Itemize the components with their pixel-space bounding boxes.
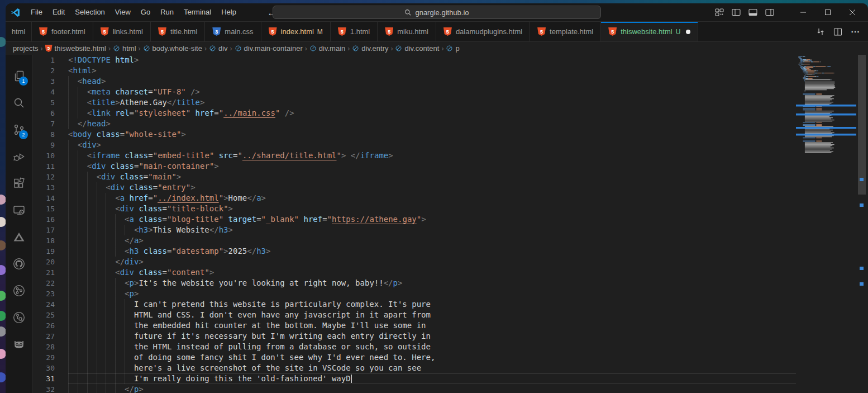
menu-run[interactable]: Run — [155, 6, 179, 18]
breadcrumb-item-div-entry[interactable]: div.entry — [352, 44, 388, 53]
menu-edit[interactable]: Edit — [47, 6, 70, 18]
code-line-27[interactable]: 27future if it's necessary but I'm writi… — [32, 331, 796, 342]
code-line-20[interactable]: 20</div> — [32, 257, 796, 267]
command-center-search[interactable]: gnargle.github.io — [273, 6, 601, 19]
remote-explorer-icon[interactable] — [6, 197, 32, 224]
code-line-13[interactable]: 13<div class="entry"> — [32, 182, 796, 193]
tab-index-html[interactable]: 5index.htmlM — [261, 22, 331, 41]
code-line-19[interactable]: 19<h3 class="datestamp">2025</h3> — [32, 246, 796, 257]
code-line-7[interactable]: 7</head> — [32, 119, 796, 129]
code-line-11[interactable]: 11<div class="main-container"> — [32, 161, 796, 172]
code-line-32[interactable]: 32</p> — [32, 384, 796, 393]
tab-links-html[interactable]: 5links.html — [93, 22, 151, 41]
code-line-6[interactable]: 6<link rel="stylesheet" href="../main.cs… — [32, 108, 796, 119]
code-line-1[interactable]: 1<!DOCTYPE html> — [32, 55, 796, 65]
code-line-23[interactable]: 23<p> — [32, 288, 796, 299]
code-line-8[interactable]: 8<body class="whole-site"> — [32, 129, 796, 140]
code-line-14[interactable]: 14<a href="../index.html">Home</a> — [32, 193, 796, 203]
breadcrumb-item-root[interactable]: projects — [13, 44, 39, 53]
tab-template-html[interactable]: 5template.html — [530, 22, 601, 41]
tab-main-css[interactable]: 3main.css — [205, 22, 261, 41]
breadcrumb-item-div-main-container[interactable]: div.main-container — [235, 44, 303, 53]
tab-miku-html[interactable]: 5miku.html — [378, 22, 436, 41]
code-line-24[interactable]: 24I can't pretend this website is partic… — [32, 299, 796, 310]
indent-guide — [106, 310, 115, 320]
menu-terminal[interactable]: Terminal — [179, 6, 216, 18]
breadcrumb-label: div.main — [319, 44, 345, 53]
breadcrumb-item-html[interactable]: html — [113, 44, 136, 53]
code-line-3[interactable]: 3<head> — [32, 76, 796, 87]
tab-title-html[interactable]: 5title.html — [151, 22, 205, 41]
indent-guide — [115, 310, 125, 320]
triangle-extension-icon[interactable] — [6, 224, 32, 250]
run-debug-icon[interactable] — [6, 143, 32, 170]
customize-layout-icon[interactable] — [715, 8, 724, 17]
code-line-28[interactable]: 28the HTML instead of pulling from a dat… — [32, 342, 796, 352]
indent-guide — [68, 87, 78, 97]
code-line-21[interactable]: 21<div class="content"> — [32, 267, 796, 278]
code-line-10[interactable]: 10<iframe class="embed-title" src="../sh… — [32, 150, 796, 161]
tab-dalamudplugins-html[interactable]: 5dalamudplugins.html — [436, 22, 530, 41]
split-editor-icon[interactable] — [833, 27, 842, 36]
toggle-secondary-sidebar-icon[interactable] — [765, 8, 774, 17]
indent-guide — [106, 267, 115, 278]
menu-selection[interactable]: Selection — [70, 6, 109, 18]
indent-guide — [87, 352, 97, 363]
code-line-15[interactable]: 15<div class="title-block"> — [32, 203, 796, 214]
minimize-button[interactable] — [791, 3, 815, 21]
code-editor[interactable]: 1<!DOCTYPE html>2<html>3<head>4<meta cha… — [32, 55, 868, 393]
extensions-icon[interactable] — [6, 170, 32, 197]
code-line-9[interactable]: 9<div> — [32, 140, 796, 150]
menu-help[interactable]: Help — [216, 6, 241, 18]
tab-1-html[interactable]: 51.html — [331, 22, 378, 41]
code-line-5[interactable]: 5<title>Athene.Gay</title> — [32, 97, 796, 108]
breadcrumb-item-body-whole-site[interactable]: body.whole-site — [143, 44, 202, 53]
menu-file[interactable]: File — [26, 6, 47, 18]
tab-thiswebsite-html[interactable]: 5thiswebsite.htmlU — [601, 22, 698, 41]
unsaved-dot-icon[interactable] — [686, 30, 690, 34]
gitlens-icon[interactable] — [6, 304, 32, 331]
toggle-panel-icon[interactable] — [748, 8, 757, 17]
explorer-icon[interactable]: 1 — [6, 63, 32, 89]
git-graph-icon[interactable] — [6, 277, 32, 304]
open-changes-icon[interactable] — [816, 27, 825, 36]
close-button[interactable] — [840, 3, 865, 21]
indent-guide — [78, 373, 87, 384]
menu-go[interactable]: Go — [136, 6, 155, 18]
search-icon[interactable] — [6, 89, 32, 116]
minimap[interactable] — [796, 55, 856, 393]
code-line-22[interactable]: 22<p>It's the website you're looking at … — [32, 278, 796, 288]
code-line-18[interactable]: 18</a> — [32, 235, 796, 246]
line-content: <div> — [68, 140, 796, 150]
breadcrumb-item-div-main[interactable]: div.main — [309, 44, 345, 53]
code-line-4[interactable]: 4<meta charset="UTF-8" /> — [32, 87, 796, 97]
indent-guide — [97, 363, 106, 373]
breadcrumb-item-div[interactable]: div — [209, 44, 228, 53]
breadcrumb-item-p[interactable]: p — [446, 44, 459, 53]
breadcrumb: projects›5thiswebsite.html›html›body.who… — [6, 42, 868, 55]
tab-html[interactable]: html — [6, 22, 32, 41]
chevron-right-icon: › — [138, 45, 141, 53]
breadcrumb-item-file[interactable]: 5thiswebsite.html — [45, 44, 106, 53]
scrollbar-thumb[interactable] — [858, 55, 866, 195]
code-line-31[interactable]: 31I'm really doing this the 'old-fashion… — [32, 373, 796, 384]
breadcrumb-item-div-content[interactable]: div.content — [395, 44, 439, 53]
indent-guide — [97, 214, 106, 225]
code-line-25[interactable]: 25HTML and CSS. I don't even have any ja… — [32, 310, 796, 320]
maximize-button[interactable] — [815, 3, 840, 21]
menu-view[interactable]: View — [110, 6, 136, 18]
source-control-icon[interactable]: 2 — [6, 116, 32, 143]
tab-footer-html[interactable]: 5footer.html — [32, 22, 93, 41]
more-actions-icon[interactable]: ⋯ — [851, 26, 860, 37]
code-line-30[interactable]: 30here's a live screenshot of the site i… — [32, 363, 796, 373]
code-line-26[interactable]: 26the embedded hit counter at the bottom… — [32, 320, 796, 331]
code-line-29[interactable]: 29of doing some fancy shit I don't see w… — [32, 352, 796, 363]
code-line-16[interactable]: 16<a class="blog-title" target="_blank" … — [32, 214, 796, 225]
line-content: <p>It's the website you're looking at ri… — [68, 278, 796, 288]
godot-icon[interactable] — [6, 331, 32, 358]
code-line-12[interactable]: 12<div class="main"> — [32, 172, 796, 182]
toggle-primary-sidebar-icon[interactable] — [732, 8, 741, 17]
code-line-17[interactable]: 17<h3>This Website</h3> — [32, 225, 796, 235]
github-icon[interactable] — [6, 250, 32, 277]
code-line-2[interactable]: 2<html> — [32, 65, 796, 76]
